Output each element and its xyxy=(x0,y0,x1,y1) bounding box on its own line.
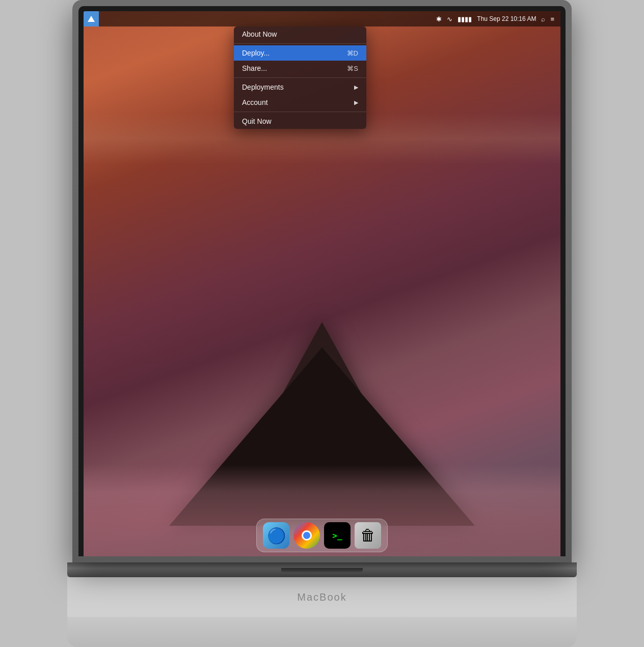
laptop-bottom xyxy=(67,562,577,577)
dropdown-menu: About Now Deploy... ⌘D Share... ⌘S Deplo… xyxy=(234,26,366,129)
screen: ✱ ∿ ▮▮▮▮ Thu Sep 22 10:16 AM ⌕ ≡ About N… xyxy=(84,11,560,556)
menu-item-quit[interactable]: Quit Now xyxy=(234,114,366,129)
menu-item-share-label: Share... xyxy=(242,64,347,72)
menu-item-account-label: Account xyxy=(242,98,354,106)
dock: 🔵 >_ 🗑 xyxy=(256,519,388,552)
search-icon[interactable]: ⌕ xyxy=(541,15,545,23)
menu-item-deploy-label: Deploy... xyxy=(242,49,347,57)
menu-item-deploy-shortcut: ⌘D xyxy=(347,49,358,57)
bottom-plate xyxy=(67,617,577,647)
menu-separator-1 xyxy=(234,43,366,44)
menu-item-about-label: About Now xyxy=(242,30,358,38)
menu-item-share[interactable]: Share... ⌘S xyxy=(234,61,366,76)
macbook-label: MacBook xyxy=(297,591,346,603)
menu-separator-2 xyxy=(234,77,366,78)
dock-item-terminal[interactable]: >_ xyxy=(324,522,351,549)
wifi-icon[interactable]: ∿ xyxy=(447,15,452,23)
menu-item-about[interactable]: About Now xyxy=(234,26,366,42)
app-triangle-icon xyxy=(88,16,95,22)
chrome-icon xyxy=(302,530,312,541)
menu-item-deploy[interactable]: Deploy... ⌘D xyxy=(234,45,366,61)
macbook-label-area: MacBook xyxy=(67,577,577,617)
menu-item-deployments[interactable]: Deployments ▶ xyxy=(234,79,366,95)
menu-item-account-arrow: ▶ xyxy=(354,99,358,106)
bluetooth-icon[interactable]: ✱ xyxy=(436,15,442,23)
finder-icon: 🔵 xyxy=(267,527,286,545)
dock-item-trash[interactable]: 🗑 xyxy=(355,522,381,549)
menu-item-share-shortcut: ⌘S xyxy=(347,65,358,72)
menu-separator-3 xyxy=(234,112,366,112)
hinge-notch xyxy=(281,568,363,572)
menu-icon[interactable]: ≡ xyxy=(550,15,554,23)
menubar: ✱ ∿ ▮▮▮▮ Thu Sep 22 10:16 AM ⌕ ≡ xyxy=(84,11,560,26)
menubar-datetime: Thu Sep 22 10:16 AM xyxy=(477,15,536,22)
laptop-outer: ✱ ∿ ▮▮▮▮ Thu Sep 22 10:16 AM ⌕ ≡ About N… xyxy=(72,0,572,562)
app-menu-icon[interactable] xyxy=(84,11,99,26)
menubar-right: ✱ ∿ ▮▮▮▮ Thu Sep 22 10:16 AM ⌕ ≡ xyxy=(436,15,554,23)
battery-icon[interactable]: ▮▮▮▮ xyxy=(458,15,472,23)
menubar-left xyxy=(84,11,99,26)
screen-bezel: ✱ ∿ ▮▮▮▮ Thu Sep 22 10:16 AM ⌕ ≡ About N… xyxy=(78,6,566,556)
terminal-icon: >_ xyxy=(332,531,342,541)
menu-item-account[interactable]: Account ▶ xyxy=(234,95,366,110)
menu-item-deployments-arrow: ▶ xyxy=(354,84,358,91)
menu-item-deployments-label: Deployments xyxy=(242,83,354,91)
trash-icon: 🗑 xyxy=(360,527,375,544)
laptop-wrapper: ✱ ∿ ▮▮▮▮ Thu Sep 22 10:16 AM ⌕ ≡ About N… xyxy=(67,0,577,647)
dock-item-chrome[interactable] xyxy=(293,522,320,549)
dock-item-finder[interactable]: 🔵 xyxy=(263,522,289,549)
menu-item-quit-label: Quit Now xyxy=(242,117,358,125)
